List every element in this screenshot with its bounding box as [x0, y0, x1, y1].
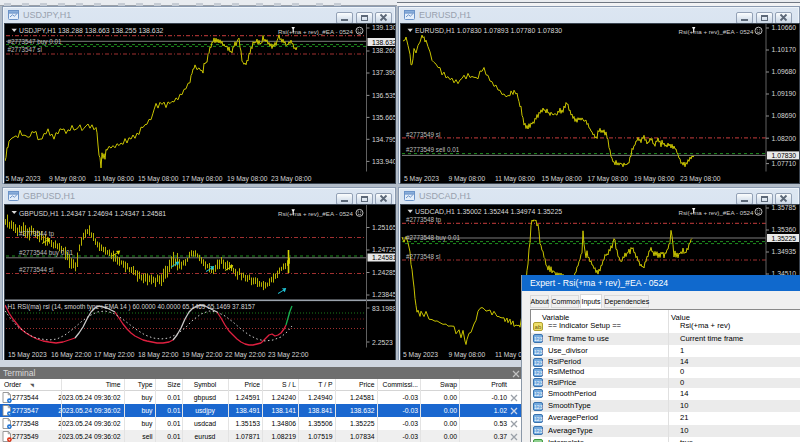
svg-text:17 May 08:00: 17 May 08:00: [182, 175, 223, 183]
svg-text:5 May 2023: 5 May 2023: [403, 351, 438, 359]
svg-text:1.35360: 1.35360: [772, 226, 797, 233]
svg-text:Rsi(+ma + rev)_#EA - 0524: Rsi(+ma + rev)_#EA - 0524: [278, 28, 354, 35]
svg-text:2.2523: 2.2523: [372, 339, 393, 346]
svg-text:#2773544 buy 0.01: #2773544 buy 0.01: [19, 249, 73, 257]
svg-text:136.535: 136.535: [372, 92, 395, 99]
svg-text:133.940: 133.940: [372, 158, 395, 165]
svg-text:19 May 08:00: 19 May 08:00: [227, 175, 268, 183]
svg-text:1.07710: 1.07710: [772, 160, 797, 167]
svg-text:123: 123: [534, 348, 543, 354]
svg-text:19 May 08:00: 19 May 08:00: [634, 175, 675, 183]
svg-text:23 May 08:00: 23 May 08:00: [271, 175, 312, 183]
svg-text:Rsi(+ma + rev)_#EA - 0524: Rsi(+ma + rev)_#EA - 0524: [679, 28, 755, 35]
svg-text:19 May 22:00: 19 May 22:00: [182, 351, 223, 359]
svg-text:11 May 08:00: 11 May 08:00: [495, 175, 535, 183]
svg-text:#2773544 tp: #2773544 tp: [19, 230, 55, 238]
svg-text:138.260: 138.260: [372, 47, 395, 54]
svg-text:1.10660: 1.10660: [772, 24, 797, 31]
svg-text:123: 123: [534, 391, 543, 397]
svg-text:#2773549 sell 0.01: #2773549 sell 0.01: [406, 146, 460, 153]
svg-text:Rsi(+ma + rev)_#EA - 0524: Rsi(+ma + rev)_#EA - 0524: [679, 209, 755, 216]
svg-text:83.1988: 83.1988: [372, 305, 395, 312]
svg-text:139.130: 139.130: [372, 24, 395, 31]
svg-text:123: 123: [534, 359, 543, 365]
svg-text:137.390: 137.390: [372, 69, 395, 76]
svg-text:1.24285: 1.24285: [372, 269, 395, 276]
svg-text:H1 RSI(ma) rsi (14, smooth typ: H1 RSI(ma) rsi (14, smooth type : EMA 14…: [8, 303, 256, 311]
svg-text:5 May 2023: 5 May 2023: [404, 175, 439, 183]
svg-text:15 May 08:00: 15 May 08:00: [542, 175, 583, 183]
svg-text:1.07830: 1.07830: [772, 152, 797, 159]
svg-text:1.35225: 1.35225: [772, 235, 797, 242]
svg-text:5 May 2023: 5 May 2023: [6, 175, 41, 183]
svg-text:#2773548 buy 0.01: #2773548 buy 0.01: [406, 234, 460, 242]
svg-text:135.665: 135.665: [372, 114, 395, 121]
svg-text:123: 123: [534, 403, 543, 409]
svg-text:22 May 22:00: 22 May 22:00: [225, 351, 266, 359]
svg-text:123: 123: [534, 380, 543, 386]
svg-text:#2773548 tp: #2773548 tp: [406, 216, 442, 224]
svg-text:23 May 22:00: 23 May 22:00: [268, 351, 309, 359]
svg-text:GBPUSD,H1 1.24347 1.24694 1.2: GBPUSD,H1 1.24347 1.24694 1.24347 1.2458…: [19, 210, 166, 217]
svg-text:1.10170: 1.10170: [772, 46, 797, 53]
svg-text:1.24725: 1.24725: [372, 246, 395, 253]
svg-text:1.23845: 1.23845: [372, 291, 395, 298]
svg-text:#2773547 sl: #2773547 sl: [8, 46, 42, 53]
svg-text:17 May 22:00: 17 May 22:00: [94, 351, 135, 359]
svg-text:9 May 08:00: 9 May 08:00: [49, 175, 86, 183]
svg-text:18 May 22:00: 18 May 22:00: [138, 351, 179, 359]
svg-text:123: 123: [534, 428, 543, 434]
svg-text:USDCAD,H1 1.35002 1.35244 1.3: USDCAD,H1 1.35002 1.35244 1.34974 1.3522…: [415, 208, 562, 215]
svg-text:#2773548 sl: #2773548 sl: [406, 253, 440, 260]
svg-text:9 May 08:00: 9 May 08:00: [449, 175, 486, 183]
svg-text:15 May 08:00: 15 May 08:00: [138, 175, 179, 183]
svg-text:15 May 2023: 15 May 2023: [8, 351, 47, 359]
svg-text:123: 123: [534, 336, 543, 342]
svg-text:#2773544 sl: #2773544 sl: [19, 266, 53, 273]
svg-text:11 May 08:00: 11 May 08:00: [94, 175, 134, 183]
svg-text:23 May 08:00: 23 May 08:00: [680, 175, 721, 183]
svg-text:138.632: 138.632: [372, 39, 395, 46]
svg-text:9 May 08:00: 9 May 08:00: [449, 351, 486, 359]
svg-text:Rsi(+ma + rev)_#EA - 0524: Rsi(+ma + rev)_#EA - 0524: [278, 210, 354, 217]
svg-text:USDJPY,H1 138.288 138.663 138: USDJPY,H1 138.288 138.663 138.255 138.63…: [19, 27, 163, 34]
svg-text:17 May 08:00: 17 May 08:00: [588, 175, 629, 183]
svg-text:#2773549 sl: #2773549 sl: [406, 131, 440, 138]
svg-text:123: 123: [534, 370, 543, 376]
svg-text:134.795: 134.795: [372, 136, 395, 143]
svg-text:1.24581: 1.24581: [372, 254, 395, 261]
svg-text:EURUSD,H1 1.07830 1.07893 1.0: EURUSD,H1 1.07830 1.07893 1.07780 1.0783…: [415, 27, 562, 34]
svg-text:1.35785: 1.35785: [772, 205, 797, 211]
svg-text:1.34935: 1.34935: [772, 248, 797, 255]
svg-text:1.25165: 1.25165: [372, 224, 395, 231]
svg-text:1.08200: 1.08200: [772, 135, 797, 142]
svg-text:16 May 22:00: 16 May 22:00: [51, 351, 92, 359]
svg-text:1.09680: 1.09680: [772, 68, 797, 75]
svg-text:#2773547 buy 0.01: #2773547 buy 0.01: [8, 38, 62, 46]
svg-text:1.09190: 1.09190: [772, 90, 797, 97]
svg-text:1.08690: 1.08690: [772, 112, 797, 119]
svg-text:ab: ab: [535, 324, 542, 330]
svg-text:123: 123: [534, 416, 543, 422]
